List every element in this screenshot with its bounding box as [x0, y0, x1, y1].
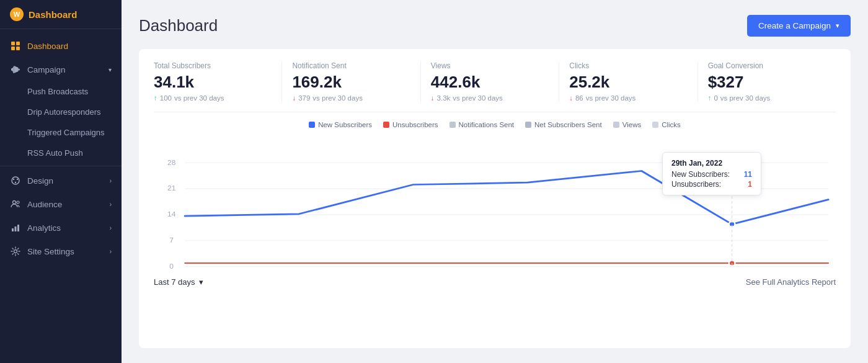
stat-notification-sent-change: ↓ 379 vs prev 30 days: [292, 94, 410, 102]
sidebar-item-site-settings-label: Site Settings: [27, 247, 74, 256]
legend-label-unsubscribers: Unsubscribers: [392, 121, 438, 128]
legend-label-clicks: Clicks: [662, 121, 681, 128]
sidebar-item-push-broadcasts[interactable]: Push Broadcasts: [0, 81, 122, 102]
tooltip-row-new-subscribers: New Subscribers: 11: [671, 170, 752, 179]
chevron-right-icon-2: ›: [110, 201, 112, 208]
svg-text:14: 14: [167, 211, 176, 218]
sidebar-item-campaign[interactable]: Campaign ▾: [0, 58, 122, 81]
sidebar-item-rss-auto-push[interactable]: RSS Auto Push: [0, 143, 122, 163]
drip-autoresponders-label: Drip Autoresponders: [27, 107, 101, 117]
time-filter-label: Last 7 days: [154, 277, 195, 287]
divider: [0, 166, 122, 166]
legend-views: Views: [613, 121, 641, 128]
stat-total-subscribers-change-text: vs prev 30 days: [174, 94, 224, 102]
sidebar-item-drip-autoresponders[interactable]: Drip Autoresponders: [0, 102, 122, 122]
time-filter-button[interactable]: Last 7 days ▾: [154, 277, 203, 287]
legend-clicks: Clicks: [652, 121, 681, 128]
stat-goal-conversion-value: $327: [708, 73, 826, 92]
stat-views-label: Views: [431, 61, 549, 70]
legend-label-new-subscribers: New Subscribers: [318, 121, 372, 128]
analytics-link[interactable]: See Full Analytics Report: [746, 277, 836, 287]
svg-point-14: [14, 250, 17, 253]
down-arrow-icon-3: ↓: [569, 94, 573, 102]
svg-text:7: 7: [169, 236, 174, 243]
sidebar-item-campaign-label: Campaign: [27, 65, 66, 74]
sidebar-item-site-settings[interactable]: Site Settings ›: [0, 240, 122, 263]
stat-total-subscribers-value: 34.1k: [154, 73, 272, 92]
sidebar-item-design[interactable]: Design ›: [0, 169, 122, 192]
up-arrow-icon: ↑: [154, 94, 157, 102]
svg-rect-13: [17, 225, 19, 231]
legend-unsubscribers: Unsubscribers: [383, 121, 438, 128]
sidebar-item-audience-label: Audience: [27, 200, 62, 209]
sidebar-item-design-label: Design: [27, 176, 53, 186]
chevron-right-icon: ›: [110, 177, 112, 184]
create-campaign-dropdown-icon: ▾: [836, 22, 839, 30]
stat-goal-conversion: Goal Conversion $327 ↑ 0 vs prev 30 days: [698, 61, 836, 102]
stat-goal-conversion-change: ↑ 0 vs prev 30 days: [708, 94, 826, 102]
stat-clicks-change: ↓ 86 vs prev 30 days: [569, 94, 687, 102]
time-filter-chevron-icon: ▾: [199, 277, 203, 287]
legend-dot-new-subscribers: [309, 122, 315, 128]
svg-text:0: 0: [169, 262, 174, 269]
sidebar-item-analytics[interactable]: Analytics ›: [0, 216, 122, 240]
legend-new-subscribers: New Subscribers: [309, 121, 372, 128]
main-header: Dashboard Create a Campaign ▾: [139, 15, 851, 37]
sidebar: W Dashboard Dashboard: [0, 0, 122, 363]
legend-dot-clicks: [652, 122, 658, 128]
legend-dot-unsubscribers: [383, 122, 389, 128]
svg-text:21: 21: [167, 185, 175, 192]
stat-notification-sent-change-val: 379: [298, 94, 310, 102]
sidebar-logo[interactable]: W Dashboard: [0, 0, 122, 29]
tooltip-row-unsubscribers: Unsubscribers: 1: [671, 180, 752, 189]
stat-goal-conversion-label: Goal Conversion: [708, 61, 826, 70]
svg-point-9: [13, 201, 16, 204]
palette-icon: [10, 175, 21, 186]
legend-net-subscribers-sent: Net Subscribers Sent: [525, 121, 602, 128]
svg-rect-11: [12, 228, 14, 231]
legend-notifications-sent: Notifications Sent: [450, 121, 515, 128]
megaphone-icon: [10, 64, 21, 75]
page-title: Dashboard: [139, 16, 218, 35]
chevron-right-icon-4: ›: [110, 248, 112, 255]
tooltip-unsubscribers-label: Unsubscribers:: [671, 180, 721, 189]
sidebar-item-audience[interactable]: Audience ›: [0, 192, 122, 216]
legend-dot-net-subscribers-sent: [525, 122, 531, 128]
svg-rect-3: [16, 47, 20, 50]
rss-auto-push-label: RSS Auto Push: [27, 148, 83, 158]
svg-point-7: [17, 179, 18, 180]
legend-label-views: Views: [622, 121, 641, 128]
svg-point-10: [17, 201, 19, 204]
sidebar-logo-label: Dashboard: [29, 9, 77, 20]
svg-point-8: [15, 182, 16, 183]
stat-total-subscribers-change: ↑ 100 vs prev 30 days: [154, 94, 272, 102]
chart-legend: New Subscribers Unsubscribers Notificati…: [154, 121, 836, 128]
stat-clicks-change-text: vs prev 30 days: [586, 94, 636, 102]
chevron-down-icon: ▾: [108, 66, 112, 73]
stat-notification-sent-value: 169.2k: [292, 73, 410, 92]
sidebar-item-dashboard[interactable]: Dashboard: [0, 34, 122, 58]
stat-views-change-val: 3.3k: [437, 94, 451, 102]
stat-views-change-text: vs prev 30 days: [453, 94, 503, 102]
stat-views-value: 442.6k: [431, 73, 549, 92]
sidebar-item-dashboard-label: Dashboard: [27, 42, 68, 51]
create-campaign-button[interactable]: Create a Campaign ▾: [747, 15, 851, 37]
chart-footer: Last 7 days ▾ See Full Analytics Report: [154, 271, 836, 294]
svg-point-5: [12, 177, 19, 184]
create-campaign-label: Create a Campaign: [758, 21, 831, 30]
legend-dot-views: [613, 122, 619, 128]
stat-clicks: Clicks 25.2k ↓ 86 vs prev 30 days: [559, 61, 698, 102]
grid-icon: [10, 40, 21, 52]
svg-point-4: [18, 69, 20, 71]
svg-text:28: 28: [167, 159, 175, 166]
sidebar-item-analytics-label: Analytics: [27, 223, 61, 233]
sidebar-item-triggered-campaigns[interactable]: Triggered Campaigns: [0, 122, 122, 143]
legend-label-notifications-sent: Notifications Sent: [459, 121, 515, 128]
stats-row: Total Subscribers 34.1k ↑ 100 vs prev 30…: [154, 61, 836, 112]
svg-rect-12: [15, 226, 17, 231]
stat-notification-sent: Notification Sent 169.2k ↓ 379 vs prev 3…: [282, 61, 420, 102]
stat-notification-sent-label: Notification Sent: [292, 61, 410, 70]
stat-views-change: ↓ 3.3k vs prev 30 days: [431, 94, 549, 102]
svg-rect-2: [11, 47, 15, 50]
users-icon: [10, 199, 21, 210]
